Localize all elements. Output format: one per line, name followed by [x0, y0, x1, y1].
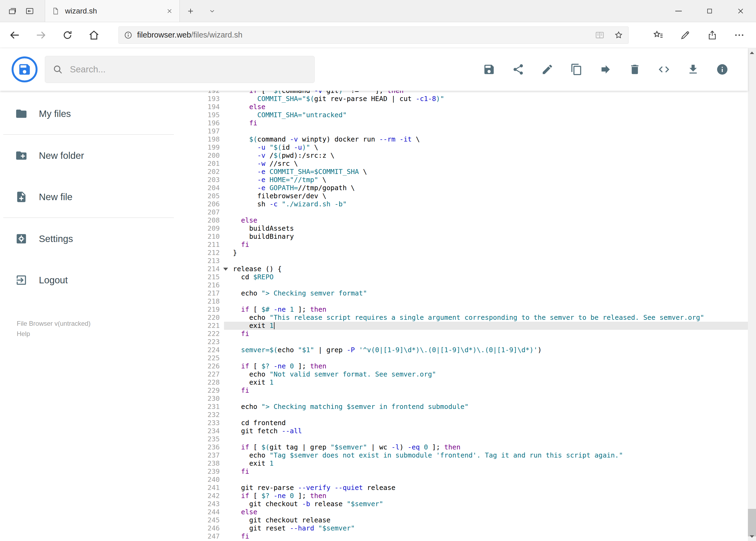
- code-line[interactable]: 240: [202, 476, 748, 484]
- code-line[interactable]: 242 if [ $? -ne 0 ]; then: [202, 492, 748, 500]
- code-line[interactable]: 199 -u "$(id -u)" \: [202, 144, 748, 152]
- sidebar-item-logout[interactable]: Logout: [0, 259, 202, 300]
- code-line[interactable]: 196 fi: [202, 119, 748, 127]
- annotate-pen-icon[interactable]: [672, 22, 699, 48]
- code-line[interactable]: 204 -e GOPATH=//tmp/gopath \: [202, 184, 748, 192]
- code-line[interactable]: 202 -e COMMIT_SHA=$COMMIT_SHA \: [202, 168, 748, 176]
- raw-code-icon[interactable]: [658, 63, 670, 76]
- hub-favorites-icon[interactable]: [645, 22, 672, 48]
- sidebar-item-new-file[interactable]: New file: [0, 176, 202, 218]
- back-icon[interactable]: [1, 22, 28, 48]
- address-bar[interactable]: filebrowser.web/files/wizard.sh: [119, 26, 629, 44]
- code-line[interactable]: 215 cd $REPO: [202, 273, 748, 281]
- code-line[interactable]: 226 if [ $? -ne 0 ]; then: [202, 362, 748, 370]
- code-line[interactable]: 211 fi: [202, 241, 748, 249]
- more-menu-icon[interactable]: [726, 22, 753, 48]
- fold-marker-icon[interactable]: [223, 268, 228, 270]
- code-line[interactable]: 221 exit 1: [202, 322, 748, 330]
- code-line[interactable]: 234 git fetch --all: [202, 427, 748, 435]
- code-line[interactable]: 230: [202, 395, 748, 403]
- code-line[interactable]: 239 fi: [202, 467, 748, 476]
- reading-view-icon[interactable]: [595, 30, 605, 40]
- search-input[interactable]: [70, 64, 307, 75]
- sidebar-item-new-folder[interactable]: New folder: [0, 135, 202, 176]
- code-line[interactable]: 195 COMMIT_SHA="untracked": [202, 111, 748, 119]
- code-line[interactable]: 219 if [ $# -ne 1 ]; then: [202, 305, 748, 313]
- sidebar-item-settings[interactable]: Settings: [0, 218, 202, 259]
- refresh-icon[interactable]: [54, 22, 81, 48]
- code-editor[interactable]: 192 if [ "$(command -v git)" != "" ]; th…: [202, 91, 748, 541]
- code-line[interactable]: 241 git rev-parse --verify --quiet relea…: [202, 484, 748, 492]
- code-line[interactable]: 217 echo "> Checking semver format": [202, 289, 748, 297]
- home-icon[interactable]: [81, 22, 107, 48]
- scroll-up-icon[interactable]: [748, 48, 756, 57]
- code-line[interactable]: 237 echo "Tag $semver does not exist in …: [202, 451, 748, 459]
- code-line[interactable]: 213: [202, 257, 748, 265]
- active-tab[interactable]: wizard.sh: [45, 0, 180, 22]
- code-line[interactable]: 243 git checkout -b release "$semver": [202, 500, 748, 508]
- code-line[interactable]: 197: [202, 127, 748, 135]
- filebrowser-logo[interactable]: [12, 56, 38, 82]
- add-favorite-star-icon[interactable]: [614, 30, 624, 40]
- code-line[interactable]: 232: [202, 411, 748, 419]
- rename-pencil-icon[interactable]: [541, 63, 554, 76]
- code-line[interactable]: 198 $(command -v winpty) docker run --rm…: [202, 135, 748, 144]
- tab-list-chevron-icon[interactable]: [201, 0, 223, 22]
- code-line[interactable]: 244 else: [202, 508, 748, 516]
- search-box[interactable]: [45, 56, 315, 83]
- new-tab-icon[interactable]: [180, 0, 201, 22]
- forward-icon[interactable]: [28, 22, 54, 48]
- code-line[interactable]: 229 fi: [202, 386, 748, 395]
- code-line[interactable]: 200 -v /$(pwd):/src:z \: [202, 152, 748, 160]
- copy-icon[interactable]: [570, 63, 583, 76]
- code-line[interactable]: 208 else: [202, 216, 748, 225]
- minimize-button[interactable]: [663, 0, 694, 22]
- sidebar-item-my-files[interactable]: My files: [0, 93, 202, 134]
- scroll-down-icon[interactable]: [748, 532, 756, 541]
- delete-trash-icon[interactable]: [629, 63, 641, 76]
- code-line[interactable]: 193 COMMIT_SHA="$(git rev-parse HEAD | c…: [202, 95, 748, 103]
- code-line[interactable]: 223: [202, 338, 748, 346]
- code-line[interactable]: 194 else: [202, 103, 748, 111]
- code-line[interactable]: 201 -w //src \: [202, 160, 748, 168]
- code-line[interactable]: 246 git reset --hard "$semver": [202, 524, 748, 532]
- share-nodes-icon[interactable]: [512, 63, 524, 76]
- code-line[interactable]: 235: [202, 435, 748, 443]
- code-line[interactable]: 207: [202, 208, 748, 216]
- code-line[interactable]: 245 git checkout release: [202, 516, 748, 524]
- download-icon[interactable]: [687, 63, 699, 76]
- close-button[interactable]: [725, 0, 756, 22]
- code-line[interactable]: 227 echo "Not valid semver format. See s…: [202, 370, 748, 378]
- code-line[interactable]: 222 fi: [202, 330, 748, 338]
- set-tabs-aside-icon[interactable]: [21, 0, 38, 22]
- code-line[interactable]: 206 sh -c "./wizard.sh -b": [202, 200, 748, 208]
- save-icon[interactable]: [483, 63, 495, 76]
- site-info-icon[interactable]: [124, 31, 133, 40]
- code-line[interactable]: 192 if [ "$(command -v git)" != "" ]; th…: [202, 91, 748, 95]
- page-scrollbar[interactable]: [748, 48, 756, 541]
- maximize-button[interactable]: [694, 0, 725, 22]
- code-line[interactable]: 247 fi: [202, 532, 748, 540]
- code-line[interactable]: 236 if [ $(git tag | grep "$semver" | wc…: [202, 443, 748, 451]
- info-icon[interactable]: [716, 63, 728, 76]
- move-arrow-icon[interactable]: [600, 63, 612, 76]
- code-line[interactable]: 214release () {: [202, 265, 748, 273]
- help-link[interactable]: Help: [17, 329, 202, 339]
- code-line[interactable]: 233 cd frontend: [202, 419, 748, 427]
- code-line[interactable]: 205 filebrowser/dev \: [202, 192, 748, 200]
- code-line[interactable]: 216: [202, 281, 748, 289]
- code-line[interactable]: 209 buildAssets: [202, 225, 748, 233]
- code-line[interactable]: 218: [202, 297, 748, 305]
- code-line[interactable]: 220 echo "This release script requires a…: [202, 313, 748, 322]
- code-line[interactable]: 225: [202, 354, 748, 362]
- code-line[interactable]: 210 buildBinary: [202, 233, 748, 241]
- code-line[interactable]: 228 exit 1: [202, 378, 748, 386]
- tabs-preview-icon[interactable]: [4, 0, 21, 22]
- code-line[interactable]: 238 exit 1: [202, 459, 748, 467]
- code-line[interactable]: 224 semver=$(echo "$1" | grep -P '^v(0|[…: [202, 346, 748, 354]
- code-line[interactable]: 212}: [202, 249, 748, 257]
- code-line[interactable]: 203 -e HOME="//tmp" \: [202, 176, 748, 184]
- tab-close-icon[interactable]: [166, 8, 173, 15]
- code-line[interactable]: 231 echo "> Checking matching $semver in…: [202, 403, 748, 411]
- share-icon[interactable]: [699, 22, 726, 48]
